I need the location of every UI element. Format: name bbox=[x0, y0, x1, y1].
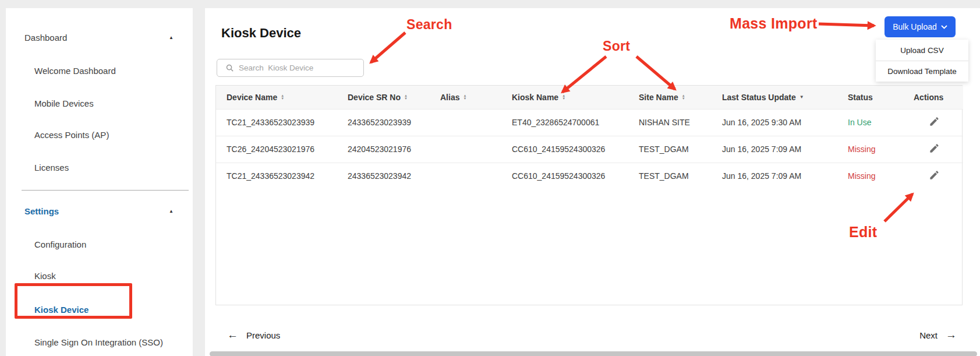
column-header-device-sr-no[interactable]: Device SR No▲▼ bbox=[337, 86, 430, 109]
sort-icon[interactable]: ▲▼ bbox=[682, 94, 685, 100]
table-header-row: Device Name▲▼ Device SR No▲▼ Alias▲▼ Kio… bbox=[216, 86, 963, 109]
pencil-icon bbox=[929, 170, 940, 181]
table-row: TC26_24204523021976 24204523021976 CC610… bbox=[216, 136, 963, 163]
sidebar-item-label: Access Points (AP) bbox=[34, 130, 109, 140]
pencil-icon bbox=[929, 143, 940, 154]
column-header-status: Status bbox=[837, 86, 903, 109]
sidebar-item-welcome-dashboard[interactable]: Welcome Dashboard bbox=[34, 66, 183, 76]
pencil-icon bbox=[929, 116, 940, 127]
column-label: Alias bbox=[440, 93, 459, 102]
sidebar-item-label: Welcome Dashboard bbox=[34, 66, 116, 76]
main-content: Kiosk Device Bulk Upload Upload CSV Down… bbox=[205, 8, 980, 356]
cell-site-name: NISHAN SITE bbox=[628, 109, 712, 136]
status-badge: Missing bbox=[848, 171, 875, 181]
menu-item-upload-csv[interactable]: Upload CSV bbox=[876, 40, 968, 61]
sort-icon[interactable]: ▲▼ bbox=[404, 94, 408, 100]
bulk-upload-button[interactable]: Bulk Upload bbox=[885, 16, 956, 37]
sort-icon[interactable]: ▲▼ bbox=[281, 94, 284, 100]
kiosk-device-page: Dashboard ▲ Welcome Dashboard Mobile Dev… bbox=[0, 0, 980, 356]
table-row: TC21_24336523023939 24336523023939 ET40_… bbox=[216, 109, 963, 136]
sidebar-section-label: Settings bbox=[24, 206, 59, 216]
column-header-alias[interactable]: Alias▲▼ bbox=[430, 86, 501, 109]
pagination: ← Previous Next → bbox=[205, 325, 980, 348]
cell-kiosk-name: CC610_24159524300326 bbox=[501, 136, 628, 163]
kiosk-device-table: Device Name▲▼ Device SR No▲▼ Alias▲▼ Kio… bbox=[215, 85, 963, 305]
cell-device-sr-no: 24336523023939 bbox=[337, 109, 430, 136]
cell-device-sr-no: 24204523021976 bbox=[337, 136, 430, 163]
search-box[interactable] bbox=[217, 59, 364, 77]
cell-alias bbox=[430, 109, 501, 136]
sidebar-item-label: Kiosk bbox=[34, 271, 56, 281]
cell-last-status-update: Jun 16, 2025 7:09 AM bbox=[712, 136, 837, 163]
horizontal-scrollbar[interactable] bbox=[210, 351, 977, 356]
sidebar-item-label: Configuration bbox=[34, 239, 86, 249]
sidebar-item-kiosk-device[interactable]: Kiosk Device bbox=[34, 305, 183, 315]
column-label: Last Status Update bbox=[722, 93, 796, 102]
cell-device-name: TC21_24336523023942 bbox=[216, 163, 337, 189]
collapse-up-icon[interactable]: ▲ bbox=[169, 35, 174, 40]
chevron-down-icon bbox=[941, 25, 947, 29]
bulk-upload-label: Bulk Upload bbox=[893, 22, 937, 31]
sort-icon[interactable]: ▲▼ bbox=[562, 94, 565, 100]
sidebar-divider bbox=[22, 190, 189, 191]
sort-icon[interactable]: ▲▼ bbox=[463, 94, 466, 100]
sidebar-item-licenses[interactable]: Licenses bbox=[34, 163, 183, 172]
column-label: Device SR No bbox=[348, 93, 401, 102]
table-row: TC21_24336523023942 24336523023942 CC610… bbox=[216, 163, 963, 189]
collapse-up-icon[interactable]: ▲ bbox=[169, 209, 174, 214]
cell-kiosk-name: ET40_23286524700061 bbox=[501, 109, 628, 136]
page-title: Kiosk Device bbox=[221, 26, 301, 41]
column-label: Device Name bbox=[227, 93, 277, 102]
menu-item-label: Download Template bbox=[887, 67, 956, 76]
cell-last-status-update: Jun 16, 2025 9:30 AM bbox=[712, 109, 837, 136]
cell-last-status-update: Jun 16, 2025 7:09 AM bbox=[712, 163, 837, 189]
column-label: Kiosk Name bbox=[512, 93, 558, 102]
column-header-kiosk-name[interactable]: Kiosk Name▲▼ bbox=[501, 86, 628, 109]
previous-label: Previous bbox=[246, 330, 280, 340]
previous-page-button[interactable]: ← Previous bbox=[227, 329, 280, 341]
sidebar-section-settings[interactable]: Settings ▲ bbox=[24, 206, 182, 216]
cell-device-sr-no: 24336523023942 bbox=[337, 163, 430, 189]
cell-site-name: TEST_DGAM bbox=[628, 136, 712, 163]
arrow-right-icon: → bbox=[946, 329, 957, 341]
cell-device-name: TC21_24336523023939 bbox=[216, 109, 337, 136]
search-input[interactable] bbox=[239, 64, 359, 72]
menu-item-download-template[interactable]: Download Template bbox=[876, 61, 968, 82]
sidebar-item-mobile-devices[interactable]: Mobile Devices bbox=[34, 98, 183, 108]
sidebar-item-sso[interactable]: Single Sign On Integration (SSO) bbox=[34, 337, 183, 347]
cell-alias bbox=[430, 163, 501, 189]
menu-item-label: Upload CSV bbox=[900, 46, 943, 55]
status-badge: In Use bbox=[848, 118, 871, 127]
column-header-last-status-update[interactable]: Last Status Update▼ bbox=[712, 86, 837, 109]
sidebar-item-label: Licenses bbox=[34, 163, 69, 172]
sidebar-item-configuration[interactable]: Configuration bbox=[34, 239, 183, 249]
cell-site-name: TEST_DGAM bbox=[628, 163, 712, 189]
sidebar-item-kiosk[interactable]: Kiosk bbox=[34, 271, 183, 281]
column-label: Actions bbox=[914, 93, 943, 102]
status-badge: Missing bbox=[848, 144, 875, 154]
column-label: Site Name bbox=[639, 93, 678, 102]
next-page-button[interactable]: Next → bbox=[919, 329, 957, 341]
sidebar-section-label: Dashboard bbox=[24, 33, 67, 43]
sidebar-section-dashboard[interactable]: Dashboard ▲ bbox=[24, 33, 182, 43]
sidebar-item-access-points[interactable]: Access Points (AP) bbox=[34, 130, 183, 140]
sidebar: Dashboard ▲ Welcome Dashboard Mobile Dev… bbox=[6, 8, 193, 356]
bulk-upload-menu: Upload CSV Download Template bbox=[876, 40, 968, 82]
cell-kiosk-name: CC610_24159524300326 bbox=[501, 163, 628, 189]
sidebar-item-label: Mobile Devices bbox=[34, 98, 94, 108]
cell-device-name: TC26_24204523021976 bbox=[216, 136, 337, 163]
column-label: Status bbox=[848, 93, 873, 102]
next-label: Next bbox=[919, 330, 937, 340]
sidebar-item-label: Single Sign On Integration (SSO) bbox=[34, 337, 163, 347]
arrow-left-icon: ← bbox=[227, 329, 238, 341]
edit-button[interactable] bbox=[929, 143, 940, 156]
edit-button[interactable] bbox=[929, 116, 940, 129]
column-header-site-name[interactable]: Site Name▲▼ bbox=[628, 86, 712, 109]
sort-desc-icon[interactable]: ▼ bbox=[799, 94, 804, 100]
cell-alias bbox=[430, 136, 501, 163]
sidebar-item-label: Kiosk Device bbox=[34, 305, 89, 315]
column-header-device-name[interactable]: Device Name▲▼ bbox=[216, 86, 337, 109]
column-header-actions: Actions bbox=[903, 86, 963, 109]
search-icon bbox=[225, 64, 234, 72]
edit-button[interactable] bbox=[929, 170, 940, 182]
